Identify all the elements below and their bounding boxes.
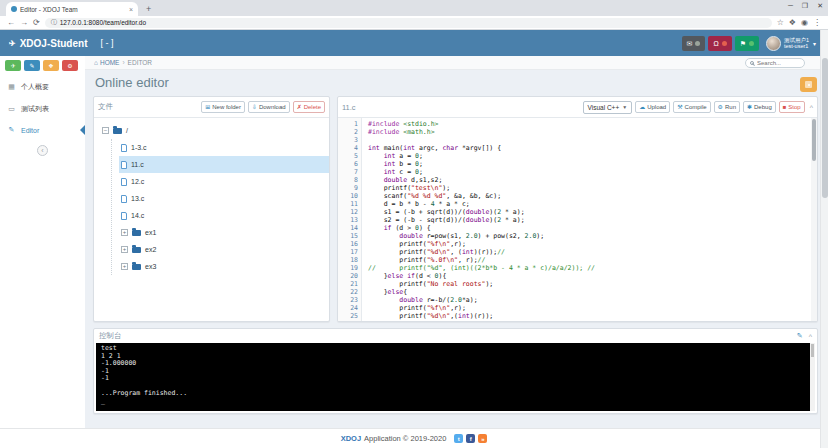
user-menu[interactable]: 测试用户1 test-user1 bbox=[784, 37, 809, 50]
tree-item-14.c[interactable]: 14.c bbox=[119, 207, 329, 224]
brand[interactable]: ✈ XDOJ-Student bbox=[0, 38, 96, 49]
sidebar-toggle[interactable]: [ - ] bbox=[100, 38, 113, 48]
code-line: double d,s1,s2; bbox=[368, 176, 817, 184]
editor-scrollbar-thumb[interactable] bbox=[812, 119, 816, 161]
messages-chip[interactable]: ✉ bbox=[682, 36, 706, 51]
twitter-icon[interactable]: t bbox=[454, 434, 463, 443]
editor-collapse-icon[interactable]: ^ bbox=[810, 104, 813, 111]
code-token: printf( bbox=[368, 280, 427, 288]
terminal[interactable]: test1 2 1-1.000000-1-1 ...Program finish… bbox=[96, 343, 815, 411]
quick-send-button[interactable]: ✈ bbox=[5, 60, 21, 71]
window-minimize-icon[interactable]: ─ bbox=[788, 2, 793, 10]
address-input[interactable]: ⓘ 127.0.0.1:8080/team/editor.do bbox=[45, 18, 772, 28]
quick-edit-button[interactable]: ✎ bbox=[24, 60, 40, 71]
expand-expander-icon[interactable]: + bbox=[121, 246, 128, 253]
code-token bbox=[368, 176, 384, 184]
tab-close-icon[interactable]: × bbox=[129, 6, 133, 13]
code-token: 2.0 bbox=[466, 232, 478, 240]
code-line: #include <math.h> bbox=[368, 128, 817, 136]
code-line: // printf("%d", (int)((2*b*b - 4 * a * c… bbox=[368, 264, 817, 272]
console-edit-icon[interactable]: ✎ bbox=[797, 332, 803, 340]
code-line: double r=-b/(2.0*a); bbox=[368, 296, 817, 304]
quick-settings-button[interactable]: ⚙ bbox=[62, 60, 78, 71]
tree-item-11.c[interactable]: 11.c bbox=[119, 156, 329, 173]
code-token: ); bbox=[485, 280, 493, 288]
new-tab-button[interactable]: + bbox=[146, 2, 151, 16]
button-label: Delete bbox=[304, 104, 321, 110]
quick-shield-button[interactable]: ❖ bbox=[43, 60, 59, 71]
profile-icon[interactable]: ◉ bbox=[801, 18, 808, 28]
code-line: s1 = (-b + sqrt(d))/(double)(2 * a); bbox=[368, 208, 817, 216]
editor-scrollbar[interactable] bbox=[811, 118, 817, 321]
sidebar-item-profile[interactable]: ▦个人概要 bbox=[0, 76, 85, 98]
code-token: 2.0 bbox=[450, 296, 462, 304]
debug-button[interactable]: ✱Debug bbox=[743, 101, 776, 113]
tree-item-label: 1-3.c bbox=[131, 144, 147, 151]
user-name-en: test-user1 bbox=[784, 43, 809, 50]
tree-item-ex2[interactable]: +ex2 bbox=[119, 241, 329, 258]
footer-text: Application © 2019-2020 bbox=[364, 434, 446, 443]
code-token: else bbox=[388, 288, 404, 296]
site-info-icon[interactable]: ⓘ bbox=[51, 18, 57, 27]
settings-fab-button[interactable] bbox=[800, 77, 817, 92]
run-button[interactable]: ⚙Run bbox=[714, 101, 740, 113]
collapse-expander-icon[interactable]: − bbox=[102, 127, 109, 134]
code-token bbox=[368, 224, 384, 232]
caret-down-icon: ▾ bbox=[813, 40, 816, 47]
tree-item-1-3.c[interactable]: 1-3.c bbox=[119, 139, 329, 156]
download-button[interactable]: ⇩Download bbox=[248, 101, 290, 113]
terminal-scrollbar[interactable] bbox=[810, 343, 815, 411]
tree-item-ex3[interactable]: +ex3 bbox=[119, 258, 329, 275]
window-maximize-icon[interactable]: ❐ bbox=[802, 2, 808, 10]
tree-item-13.c[interactable]: 13.c bbox=[119, 190, 329, 207]
extensions-icon[interactable]: ❖ bbox=[789, 18, 796, 28]
code-token: printf( bbox=[368, 312, 427, 320]
breadcrumb-current: EDITOR bbox=[128, 59, 152, 66]
breadcrumb-home-link[interactable]: ⌂ HOME bbox=[94, 59, 119, 66]
terminal-scrollbar-thumb[interactable] bbox=[811, 344, 814, 357]
sidebar-item-editor[interactable]: ✎Editor bbox=[0, 120, 85, 140]
stop-button[interactable]: ■Stop bbox=[779, 101, 805, 113]
code-line: printf("%d\n", (int)(r));// bbox=[368, 248, 817, 256]
page-scrollbar-thumb[interactable] bbox=[822, 58, 828, 198]
expand-expander-icon[interactable]: + bbox=[121, 263, 128, 270]
search-box[interactable] bbox=[745, 58, 805, 68]
window-close-icon[interactable]: ✕ bbox=[817, 2, 823, 10]
browser-tab[interactable]: Editor - XDOJ Team × bbox=[6, 2, 138, 16]
tree-root[interactable]: −/ bbox=[100, 122, 329, 139]
line-number: 20 bbox=[338, 272, 358, 280]
avatar[interactable] bbox=[766, 36, 781, 51]
code-lines: #include <stdio.h>#include <math.h>int m… bbox=[362, 118, 817, 321]
back-icon[interactable]: ← bbox=[7, 18, 15, 28]
expand-expander-icon[interactable]: + bbox=[121, 229, 128, 236]
code-token: int bbox=[368, 144, 380, 152]
delete-button[interactable]: ✗Delete bbox=[293, 101, 325, 113]
code-editor[interactable]: 1234567891011121314151617181920212223242… bbox=[338, 118, 817, 321]
console-collapse-icon[interactable]: ^ bbox=[809, 333, 812, 340]
tree-item-12.c[interactable]: 12.c bbox=[119, 173, 329, 190]
bookmark-star-icon[interactable]: ☆ bbox=[777, 18, 784, 28]
code-token: "%f\n" bbox=[427, 240, 450, 248]
facebook-icon[interactable]: f bbox=[466, 434, 475, 443]
upload-button[interactable]: ☁Upload bbox=[635, 101, 670, 113]
language-select[interactable]: Visual C++ ▼ bbox=[583, 101, 633, 114]
rss-icon[interactable]: » bbox=[478, 434, 487, 443]
compile-button[interactable]: ⚒Compile bbox=[673, 101, 710, 113]
menu-dots-icon[interactable]: ⋮ bbox=[813, 18, 821, 28]
sidebar-collapse-button[interactable]: ‹ bbox=[37, 145, 48, 156]
tree-item-ex1[interactable]: +ex1 bbox=[119, 224, 329, 241]
sidebar-item-tests[interactable]: ▭测试列表 bbox=[0, 98, 85, 120]
code-token: )( bbox=[489, 208, 497, 216]
reload-icon[interactable]: ⟳ bbox=[33, 18, 40, 28]
notifications-chip[interactable]: Ω bbox=[708, 36, 731, 51]
tasks-chip[interactable]: ⚑ bbox=[735, 36, 759, 51]
forward-icon[interactable]: → bbox=[20, 18, 28, 28]
search-input[interactable] bbox=[757, 60, 800, 66]
button-label: Compile bbox=[685, 104, 707, 110]
line-number: 5 bbox=[338, 152, 358, 160]
code-token: else bbox=[388, 272, 404, 280]
sidebar: ✈✎❖⚙ ▦个人概要▭测试列表✎Editor ‹ bbox=[0, 56, 85, 428]
new-folder-button[interactable]: ⊞New folder bbox=[201, 101, 245, 113]
page-scrollbar[interactable] bbox=[820, 30, 828, 448]
line-number: 24 bbox=[338, 304, 358, 312]
